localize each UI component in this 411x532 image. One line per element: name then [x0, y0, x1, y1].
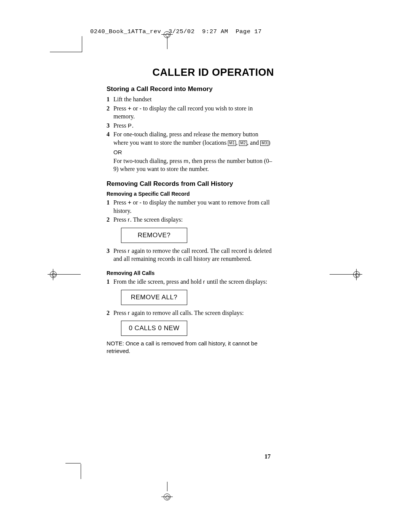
step-text: Press r. The screen displays: [113, 216, 274, 224]
plus-key: + [128, 199, 131, 206]
registration-mark-top [164, 31, 170, 38]
text: , and [247, 139, 260, 146]
text: or [131, 199, 139, 206]
section-heading-remove: Removing Call Records from Call History [107, 180, 274, 188]
m3-keycap: M3 [260, 141, 268, 146]
lcd-display-zero-calls: 0 CALLS 0 NEW [121, 321, 187, 336]
text: . [132, 122, 134, 129]
text: Press [113, 248, 128, 254]
registration-cross-v-left [53, 269, 53, 280]
registration-cross-h-right [351, 274, 362, 275]
text: . The screen displays: [130, 216, 183, 223]
step: 4 For one-touch dialing, press and relea… [107, 130, 274, 173]
step-text: Lift the handset [113, 95, 274, 104]
text: until the screen displays: [206, 278, 268, 285]
step-number: 3 [107, 247, 113, 263]
steps-remove-specific: 1 Press + or - to display the number you… [107, 198, 274, 224]
registration-cross-v-right [356, 269, 357, 280]
section-heading-store: Storing a Call Record into Memory [107, 85, 274, 93]
step-text: Press r again to remove all calls. The s… [113, 309, 274, 317]
crop-line-horizontal [50, 52, 82, 52]
subheading-remove-all: Removing All Calls [107, 270, 274, 276]
text: again to remove the call record. The cal… [113, 248, 272, 262]
step-number: 1 [107, 95, 113, 104]
crop-corner-h-bl [65, 463, 81, 463]
step: 2 Press r again to remove all calls. The… [107, 309, 274, 317]
step-number: 2 [107, 216, 113, 224]
content-column: CALLER ID OPERATION Storing a Call Recor… [107, 67, 274, 355]
registration-cross-h [161, 34, 173, 35]
registration-cross-h-left [48, 274, 59, 275]
subheading-remove-specific: Removing a Specific Call Record [107, 191, 274, 197]
crop-line-vertical-top [167, 37, 167, 49]
step: 1 Press + or - to display the number you… [107, 198, 274, 215]
step-number: 3 [107, 121, 113, 130]
memory-button-label: m [183, 158, 189, 164]
print-slug: 0240_Book_1ATTa_rev 3/25/02 9:27 AM Page… [90, 28, 262, 35]
m1-keycap: M1 [228, 141, 236, 146]
page-number: 17 [264, 453, 271, 460]
step-text: Press + or - to display the call record … [113, 104, 274, 121]
m2-keycap: M2 [239, 141, 247, 146]
page-title: CALLER ID OPERATION [107, 67, 274, 78]
crop-line-left [58, 274, 81, 275]
text: Press [113, 199, 128, 206]
step: 2 Press r. The screen displays: [107, 216, 274, 224]
registration-mark-bottom [164, 494, 170, 500]
step-number: 2 [107, 309, 113, 317]
step-number: 4 [107, 130, 113, 173]
text: or [131, 105, 139, 112]
step-number: 1 [107, 198, 113, 215]
step: 3 Press r again to remove the call recor… [107, 247, 274, 263]
step-number: 2 [107, 104, 113, 121]
text: , [236, 139, 239, 146]
text: again to remove all calls. The screen di… [130, 310, 244, 316]
step-text: From the idle screen, press and hold r u… [113, 278, 274, 286]
step: 1 From the idle screen, press and hold r… [107, 278, 274, 286]
text: Press [113, 310, 128, 316]
or-label: OR [113, 149, 274, 156]
step-text: Press r again to remove the call record.… [113, 247, 274, 263]
text: Press [113, 216, 128, 223]
steps-remove-specific-cont: 3 Press r again to remove the call recor… [107, 247, 274, 263]
step: 2 Press + or - to display the call recor… [107, 104, 274, 121]
text: ) [268, 139, 270, 146]
crop-corner-v-bl [81, 464, 81, 479]
page: 0240_Book_1ATTa_rev 3/25/02 9:27 AM Page… [0, 0, 411, 532]
step-text: For one-touch dialing, press and release… [113, 130, 274, 173]
step-text: Press P. [113, 121, 274, 130]
lcd-display-remove: REMOVE? [121, 228, 187, 243]
crop-line-right [330, 274, 352, 275]
text: From the idle screen, press and hold [113, 278, 203, 285]
step: 1 Lift the handset [107, 95, 274, 104]
plus-key: + [128, 105, 131, 112]
prog-button-label: P [128, 122, 132, 129]
crop-line-vertical-bottom [167, 482, 167, 491]
step: 3 Press P. [107, 121, 274, 130]
registration-mark-left [50, 271, 57, 278]
steps-remove-all-cont: 2 Press r again to remove all calls. The… [107, 309, 274, 317]
registration-cross-h-bottom [161, 497, 173, 497]
step-text: Press + or - to display the number you w… [113, 198, 274, 215]
note-text: NOTE: Once a call is removed from call h… [107, 340, 274, 355]
steps-store: 1 Lift the handset 2 Press + or - to dis… [107, 95, 274, 173]
text: Press [113, 122, 128, 129]
step-number: 1 [107, 278, 113, 286]
lcd-display-remove-all: REMOVE ALL? [121, 290, 187, 305]
steps-remove-all: 1 From the idle screen, press and hold r… [107, 278, 274, 286]
registration-mark-right [353, 271, 360, 278]
text: Press [113, 105, 128, 112]
crop-line-vertical [82, 36, 82, 52]
text: For two-touch dialing, press [113, 158, 183, 164]
